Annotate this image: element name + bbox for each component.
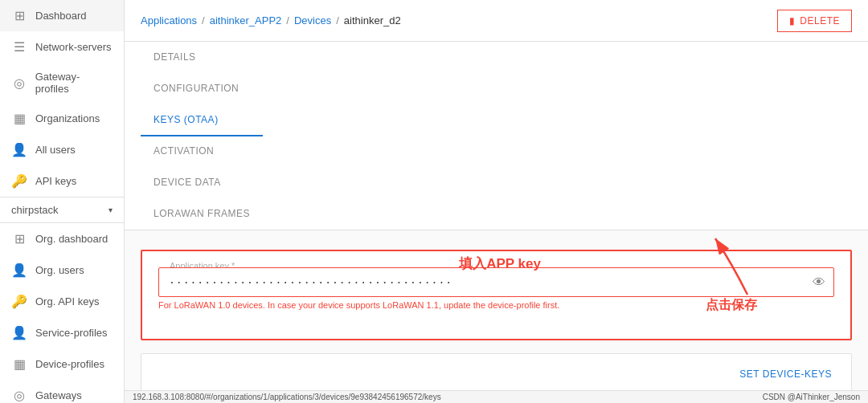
- sidebar-item-org-api-keys[interactable]: 🔑Org. API keys: [0, 286, 124, 317]
- gateways-icon: ◎: [11, 388, 27, 403]
- set-device-keys-button[interactable]: SET DEVICE-KEYS: [736, 364, 835, 385]
- sidebar-label-device-profiles: Device-profiles: [35, 358, 104, 370]
- org-selector[interactable]: chirpstack ▾: [0, 197, 124, 223]
- app-key-card: Application key * 👁 For LoRaWAN 1.0 devi…: [141, 250, 852, 340]
- device-profiles-icon: ▦: [11, 356, 27, 372]
- breadcrumb-app2[interactable]: aithinker_APP2: [210, 14, 282, 26]
- delete-label: DELETE: [800, 15, 840, 26]
- sidebar-item-all-users[interactable]: 👤All users: [0, 134, 124, 165]
- app-key-input-wrapper: 👁: [158, 267, 834, 297]
- tab-configuration[interactable]: CONFIGURATION: [141, 73, 263, 105]
- action-bar: SET DEVICE-KEYS: [141, 353, 852, 390]
- tab-lorawan-frames[interactable]: LORAWAN FRAMES: [141, 198, 263, 230]
- api-keys-icon: 🔑: [11, 173, 27, 189]
- app-key-input[interactable]: [159, 268, 833, 296]
- organizations-icon: ▦: [11, 111, 27, 126]
- tab-keys-otaa[interactable]: KEYS (OTAA): [141, 104, 263, 136]
- sidebar-item-api-keys[interactable]: 🔑API keys: [0, 165, 124, 197]
- breadcrumb: Applications / aithinker_APP2 / Devices …: [141, 14, 401, 26]
- sidebar-label-network-servers: Network-servers: [35, 41, 112, 53]
- sidebar-item-device-profiles[interactable]: ▦Device-profiles: [0, 348, 124, 380]
- sidebar-item-service-profiles[interactable]: 👤Service-profiles: [0, 317, 124, 348]
- sidebar-top-section: ⊞Dashboard☰Network-servers◎Gateway-profi…: [0, 0, 124, 197]
- org-users-icon: 👤: [11, 263, 27, 278]
- sidebar-label-org-api-keys: Org. API keys: [35, 295, 99, 307]
- network-servers-icon: ☰: [11, 39, 27, 55]
- sidebar: ⊞Dashboard☰Network-servers◎Gateway-profi…: [0, 0, 125, 403]
- sidebar-item-gateways[interactable]: ◎Gateways: [0, 380, 124, 403]
- app-key-field: Application key * 👁 For LoRaWAN 1.0 devi…: [158, 267, 834, 310]
- delete-icon: ▮: [789, 15, 796, 26]
- sidebar-label-all-users: All users: [35, 144, 76, 156]
- org-name: chirpstack: [11, 204, 59, 216]
- org-api-keys-icon: 🔑: [11, 294, 27, 309]
- dashboard-icon: ⊞: [11, 8, 27, 23]
- sidebar-item-org-dashboard[interactable]: ⊞Org. dashboard: [0, 223, 124, 254]
- sidebar-label-org-users: Org. users: [35, 264, 84, 276]
- sidebar-label-org-dashboard: Org. dashboard: [35, 233, 108, 245]
- breadcrumb-applications[interactable]: Applications: [141, 14, 197, 26]
- breadcrumb-devices[interactable]: Devices: [294, 14, 331, 26]
- sidebar-label-api-keys: API keys: [35, 175, 76, 187]
- breadcrumb-sep-3: /: [336, 14, 339, 26]
- org-dashboard-icon: ⊞: [11, 231, 27, 246]
- statusbar: 192.168.3.108:8080/#/organizations/1/app…: [125, 390, 868, 403]
- tab-device-data[interactable]: DEVICE DATA: [141, 167, 263, 199]
- sidebar-label-organizations: Organizations: [35, 112, 100, 124]
- tab-details[interactable]: DETAILS: [141, 42, 263, 74]
- sidebar-item-network-servers[interactable]: ☰Network-servers: [0, 31, 124, 63]
- delete-button[interactable]: ▮ DELETE: [777, 10, 852, 32]
- sidebar-label-service-profiles: Service-profiles: [35, 327, 108, 339]
- sidebar-item-gateway-profiles[interactable]: ◎Gateway-profiles: [0, 63, 124, 103]
- statusbar-credit: CSDN @AiThinker_Jenson: [763, 393, 860, 401]
- topbar: Applications / aithinker_APP2 / Devices …: [125, 0, 868, 42]
- sidebar-item-organizations[interactable]: ▦Organizations: [0, 103, 124, 134]
- sidebar-label-gateways: Gateways: [35, 389, 82, 401]
- statusbar-url: 192.168.3.108:8080/#/organizations/1/app…: [133, 393, 441, 401]
- app-key-hint: For LoRaWAN 1.0 devices. In case your de…: [158, 300, 834, 310]
- service-profiles-icon: 👤: [11, 325, 27, 340]
- chevron-down-icon: ▾: [108, 206, 113, 214]
- sidebar-item-dashboard[interactable]: ⊞Dashboard: [0, 0, 124, 31]
- breadcrumb-sep-1: /: [202, 14, 205, 26]
- main-content: Applications / aithinker_APP2 / Devices …: [125, 0, 868, 403]
- gateway-profiles-icon: ◎: [11, 75, 27, 91]
- all-users-icon: 👤: [11, 142, 27, 157]
- sidebar-label-gateway-profiles: Gateway-profiles: [35, 71, 113, 95]
- org-nav-section: ⊞Org. dashboard👤Org. users🔑Org. API keys…: [0, 223, 124, 403]
- sidebar-label-dashboard: Dashboard: [35, 10, 87, 22]
- content-area: Application key * 👁 For LoRaWAN 1.0 devi…: [125, 230, 868, 390]
- eye-icon[interactable]: 👁: [813, 275, 825, 290]
- tab-activation[interactable]: ACTIVATION: [141, 136, 263, 168]
- sidebar-item-org-users[interactable]: 👤Org. users: [0, 254, 124, 286]
- breadcrumb-device: aithinker_d2: [344, 14, 401, 26]
- breadcrumb-sep-2: /: [286, 14, 289, 26]
- tab-bar: DETAILSCONFIGURATIONKEYS (OTAA)ACTIVATIO…: [125, 42, 868, 230]
